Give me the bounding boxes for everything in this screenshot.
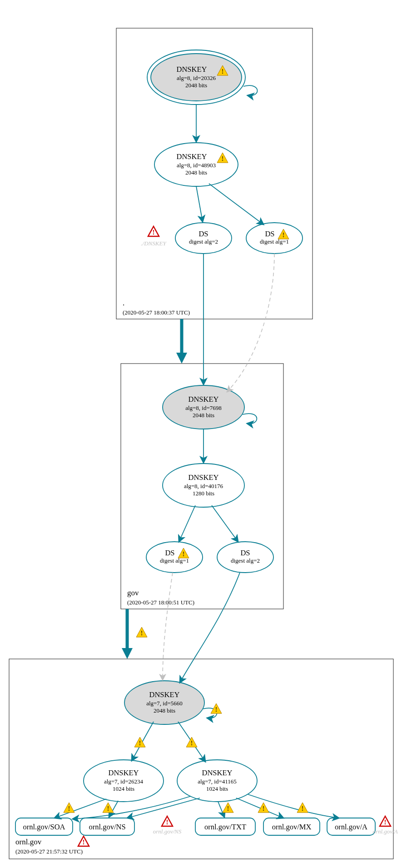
text: DNSKEY: [189, 473, 219, 482]
warn-icon: !: [64, 803, 74, 813]
text: alg=8, id=48903: [177, 162, 216, 169]
warn-icon: !: [186, 737, 197, 747]
text: 2048 bits: [185, 169, 207, 176]
text: ornl.gov/NS: [89, 823, 125, 831]
rr-ns[interactable]: ornl.gov/NS: [80, 818, 134, 835]
svg-text:!: !: [227, 805, 229, 812]
text: alg=8, id=7698: [185, 404, 222, 411]
warn-icon: !: [297, 803, 308, 813]
svg-text:!: !: [222, 68, 224, 75]
edge-selfloop: [243, 414, 257, 424]
node-ornl-zsk1[interactable]: DNSKEY alg=7, id=26234 1024 bits: [84, 760, 164, 802]
text: 1280 bits: [193, 490, 214, 497]
edge: [180, 573, 240, 683]
text: DS: [265, 229, 274, 238]
text: 1024 bits: [206, 785, 228, 792]
svg-marker-9: [176, 353, 187, 364]
ghost-ornl-ns: ornl.gov/NS: [153, 828, 182, 835]
svg-text:!: !: [139, 739, 141, 747]
edge: [55, 799, 106, 818]
text: alg=7, id=26234: [104, 778, 144, 785]
node-root-ds1[interactable]: DS digest alg=1: [246, 223, 303, 254]
text: 1024 bits: [113, 785, 134, 792]
text: alg=8, id=20326: [177, 75, 216, 81]
edge: [127, 798, 200, 818]
text: alg=7, id=41165: [198, 778, 237, 785]
svg-text:!: !: [384, 818, 387, 826]
text: ornl.gov/SOA: [23, 823, 65, 831]
error-icon: !: [380, 816, 391, 826]
text: DNSKEY: [177, 152, 207, 161]
node-gov-ds2[interactable]: DS digest alg=2: [217, 542, 273, 573]
warn-icon: !: [103, 803, 114, 813]
edge: [196, 186, 203, 222]
text: DNSKEY: [189, 395, 219, 404]
rr-mx[interactable]: ornl.gov/MX: [263, 818, 320, 835]
node-ornl-zsk2[interactable]: DNSKEY alg=7, id=41165 1024 bits: [177, 760, 257, 802]
svg-text:!: !: [141, 629, 143, 637]
zone-gov-name: gov: [127, 589, 139, 597]
edge: [218, 802, 224, 817]
edge-selfloop: [243, 85, 257, 95]
warn-icon: !: [136, 627, 147, 637]
zone-root-name: .: [123, 299, 124, 307]
node-ornl-ksk[interactable]: DNSKEY alg=7, id=5660 2048 bits: [124, 681, 204, 724]
node-gov-zsk[interactable]: DNSKEY alg=8, id=40176 1280 bits: [163, 464, 244, 507]
edge-dashed: [163, 573, 173, 680]
text: DNSKEY: [149, 690, 180, 699]
text: ornl.gov/A: [335, 823, 367, 831]
error-icon: !: [148, 226, 159, 236]
edge: [212, 505, 238, 542]
svg-text:!: !: [283, 231, 285, 239]
svg-text:!: !: [183, 550, 185, 558]
text: alg=8, id=40176: [184, 483, 223, 489]
edge-dashed: [227, 254, 274, 392]
text: DNSKEY: [177, 65, 207, 74]
edge: [179, 505, 195, 542]
svg-text:!: !: [215, 706, 218, 713]
text: DNSKEY: [202, 768, 233, 777]
node-root-ds2[interactable]: DS digest alg=2: [175, 223, 232, 254]
svg-text:!: !: [263, 805, 265, 812]
edge: [209, 184, 263, 224]
edge: [132, 722, 154, 761]
text: DS: [199, 229, 208, 238]
svg-text:!: !: [222, 155, 224, 162]
svg-text:!: !: [83, 838, 85, 846]
zone-ornl-name: ornl.gov: [15, 838, 42, 846]
svg-text:!: !: [107, 805, 109, 812]
text: digest alg=2: [231, 557, 260, 564]
svg-text:!: !: [302, 805, 304, 812]
text: DS: [240, 549, 250, 557]
text: ornl.gov/MX: [272, 823, 312, 831]
rr-txt[interactable]: ornl.gov/TXT: [195, 818, 255, 835]
text: DNSKEY: [109, 768, 139, 777]
node-gov-ds1[interactable]: DS digest alg=1: [146, 542, 203, 573]
zone-gov-timestamp: (2020-05-27 18:00:51 UTC): [127, 599, 194, 606]
text: alg=7, id=5660: [146, 700, 183, 707]
ghost-root-dnskey: ./DNSKEY: [141, 240, 167, 247]
svg-text:!: !: [68, 805, 70, 812]
zone-ornl-timestamp: (2020-05-27 21:57:32 UTC): [15, 848, 83, 855]
node-root-zsk[interactable]: DNSKEY alg=8, id=48903 2048 bits: [154, 143, 238, 186]
svg-marker-15: [122, 648, 133, 659]
ghost-ornl-a: ornl.gov/A: [372, 828, 397, 835]
text: DS: [165, 549, 174, 557]
error-icon: !: [162, 816, 173, 826]
node-root-ksk[interactable]: DNSKEY alg=8, id=20326 2048 bits: [147, 50, 245, 105]
node-gov-ksk[interactable]: DNSKEY alg=8, id=7698 2048 bits: [163, 385, 244, 429]
zone-root-timestamp: (2020-05-27 18:00:37 UTC): [123, 309, 190, 316]
text: 2048 bits: [154, 707, 175, 714]
text: digest alg=2: [189, 238, 218, 245]
svg-text:!: !: [153, 229, 155, 236]
text: ornl.gov/TXT: [204, 823, 246, 831]
text: 2048 bits: [193, 412, 214, 419]
edge: [236, 798, 283, 818]
rr-soa[interactable]: ornl.gov/SOA: [15, 818, 73, 835]
warn-icon: !: [223, 803, 233, 813]
error-icon: !: [78, 836, 89, 846]
svg-text:!: !: [191, 739, 193, 747]
svg-text:!: !: [166, 818, 169, 826]
rr-a[interactable]: ornl.gov/A: [327, 818, 375, 835]
text: 2048 bits: [185, 82, 207, 89]
